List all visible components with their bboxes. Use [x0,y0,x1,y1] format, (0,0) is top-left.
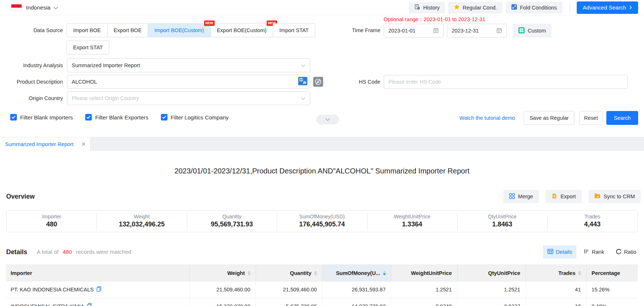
filter-checkbox[interactable]: Filter Logitics Company [161,114,229,121]
result-tab-label: Summarized Importer Report [5,141,74,147]
end-date-value: 2023-12-31 [452,28,479,34]
export-label: Export [561,194,576,199]
data-source-tab-label: Import BOE(Custom) [154,27,204,33]
product-description-input[interactable] [67,75,298,88]
filter-checkbox[interactable]: Filter Blank Importers [10,114,73,121]
col-percentage[interactable]: Percentage [586,264,638,282]
origin-country-label: Origin Country [0,91,63,105]
hs-code-input[interactable] [384,75,627,88]
stat-value: 1.3364 [367,221,457,228]
search-button[interactable]: Search [606,111,638,125]
filter-checkbox-label: Filter Logitics Company [171,114,229,121]
col-qtyunitprice[interactable]: QtyUnitPrice [457,264,526,282]
fold-conditions-button[interactable]: Fold Conditions [506,2,562,14]
regular-cond-button[interactable]: Regular Cond. [448,2,502,14]
save-as-regular-button[interactable]: Save as Regular [524,111,575,125]
table-header-row: Importer Weight Quantity SumOfMoney(U...… [6,264,638,282]
table-row[interactable]: PT. KAO INDONESIA CHEMICALS 21,509,460.0… [6,282,638,298]
tab-summarized-importer-report[interactable]: Summarized Importer Report [0,137,90,151]
copy-icon[interactable] [97,286,101,293]
details-bar: Details A total of 480 records were matc… [0,245,644,259]
view-rank-label: Rank [592,249,604,255]
quantity-cell: 5,675,730.85 [256,298,322,306]
stat-value: 132,032,496.25 [97,221,187,228]
industry-analysis-label: Industry Analysis [0,58,63,72]
copy-icon[interactable] [87,303,92,306]
weight-cell: 15,370,870.00 [189,298,256,306]
col-weightunitprice[interactable]: WeightUnitPrice [391,264,457,282]
product-description-label: Product Description [0,75,63,89]
importer-name[interactable]: PT. KAO INDONESIA CHEMICALS [11,287,94,292]
end-date-input[interactable]: 2023-12-31 [447,24,507,38]
stat-value: 176,445,905.74 [277,221,367,228]
result-tab-strip: Summarized Importer Report [0,137,644,151]
summary-suffix: records were matched [76,249,131,255]
history-button[interactable]: History [409,2,445,14]
filter-checkbox-label: Filter Blank Importers [20,114,73,121]
checkbox-checked-icon [85,114,92,121]
origin-country-select[interactable]: Please select Origin Country [67,91,310,105]
data-source-tab[interactable]: Import BOE(Custom) NEW [148,23,210,37]
chevron-down-icon [325,117,330,122]
export-button[interactable]: Export [546,190,582,203]
data-source-tab-label: Export STAT [73,45,103,50]
start-date-input[interactable]: 2023-01-01 [384,24,444,38]
svg-text:A: A [303,80,306,85]
trades-cell: 41 [526,282,586,298]
data-source-tab[interactable]: Import STAT [273,23,315,37]
regular-cond-label: Regular Cond. [463,5,497,11]
chevron-down-icon[interactable] [53,4,58,11]
stat-value: 95,569,731.93 [187,221,277,228]
view-details-button[interactable]: Details [543,245,576,259]
col-weight[interactable]: Weight [189,264,256,282]
merge-button[interactable]: Merge [503,190,539,203]
close-icon[interactable] [82,141,86,147]
history-label: History [423,5,440,11]
merge-icon [509,193,515,200]
view-rank-button[interactable]: Rank [579,245,609,259]
col-importer[interactable]: Importer [6,264,189,282]
collapse-panel-button[interactable] [316,115,339,125]
col-trades[interactable]: Trades [526,264,586,282]
reset-button[interactable]: Reset [579,111,603,125]
table-row[interactable]: INDOCHEMICAL CITRA KIMIA 15,370,870.00 5… [6,298,638,306]
industry-analysis-select[interactable]: Summarized Importer Report [67,58,310,72]
stat-label: Quantity [187,214,277,219]
sumofmoney-cell: 26,931,593.87 [322,282,391,298]
country-selector[interactable]: Indonesia [26,4,50,11]
view-details-label: Details [556,249,572,255]
data-source-tab[interactable]: Import BOE [67,23,108,37]
filter-checkbox[interactable]: Filter Blank Exporters [85,114,148,121]
data-source-tab[interactable]: Export BOE [107,23,148,37]
tutorial-demo-link[interactable]: Watch the tutorial demo [459,111,515,125]
summary-prefix: A total of [37,249,59,255]
overview-heading: Overview [6,193,35,200]
col-sumofmoney[interactable]: SumOfMoney(U... [322,264,391,282]
custom-range-button[interactable]: Custom [513,24,551,38]
importer-table: Importer Weight Quantity SumOfMoney(U...… [6,264,638,306]
translate-icon[interactable]: A [298,77,308,87]
col-quantity[interactable]: Quantity [256,264,322,282]
sort-icon [248,271,251,275]
optional-range-text: Optional range：2023-01-01 to 2023-12-31 [384,16,485,23]
hs-code-label: HS Code [317,75,380,89]
chevron-down-icon [301,62,305,68]
merge-label: Merge [518,194,533,199]
indonesia-flag-icon [11,4,22,11]
data-source-tab[interactable]: Export STAT [67,41,109,54]
data-source-label: Data Source [0,23,63,37]
topbar-divider [569,3,570,12]
advanced-search-button[interactable]: Advanced Search [577,1,638,14]
stat-label: Trades [547,214,637,219]
sync-to-crm-button[interactable]: Sync to CRM [588,190,641,203]
view-ratio-button[interactable]: Ratio [611,245,641,259]
rank-icon [584,249,589,255]
sort-desc-icon [383,271,386,275]
star-icon [454,4,460,11]
data-source-tab[interactable]: Export BOE(Custom) NEW [210,23,273,37]
fold-icon [511,4,517,11]
data-source-tab-label: Export BOE [114,27,142,33]
importer-name[interactable]: INDOCHEMICAL CITRA KIMIA [11,303,84,306]
quantity-cell: 21,509,460.00 [256,282,322,298]
data-source-tab-label: Import BOE [73,27,101,33]
